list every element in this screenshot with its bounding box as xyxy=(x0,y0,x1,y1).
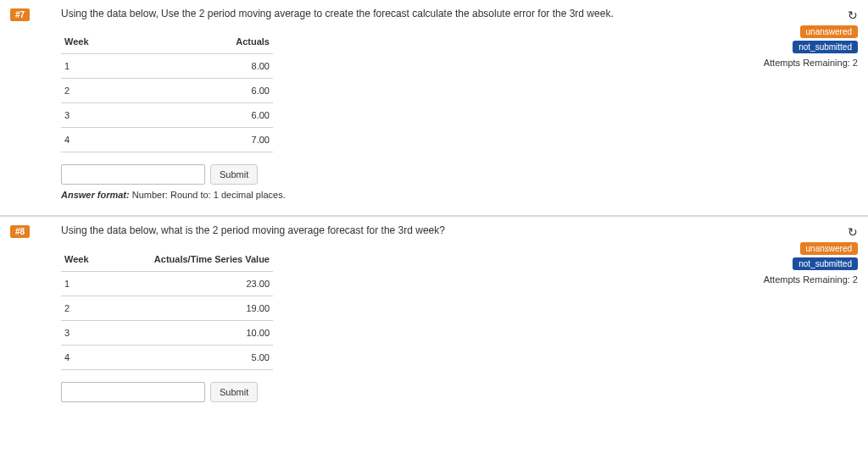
cell-week: 4 xyxy=(61,128,153,152)
question-number-col: #7 xyxy=(10,7,61,200)
col-header-value: Actuals/Time Series Value xyxy=(104,247,273,272)
cell-week: 1 xyxy=(61,54,153,79)
table-row: 4 7.00 xyxy=(61,128,273,152)
answer-input[interactable] xyxy=(61,164,205,185)
question-8: #8 Using the data below, what is the 2 p… xyxy=(0,217,868,422)
submit-button[interactable]: Submit xyxy=(210,382,258,402)
cell-value: 8.00 xyxy=(153,54,273,79)
reload-icon[interactable]: ↻ xyxy=(848,225,858,239)
attempts-remaining: Attempts Remaining: 2 xyxy=(726,58,858,68)
data-table: Week Actuals 1 8.00 2 6.00 3 6.00 xyxy=(61,30,273,152)
submit-button[interactable]: Submit xyxy=(210,164,258,185)
question-7: #7 Using the data below, Use the 2 perio… xyxy=(0,0,868,215)
cell-week: 4 xyxy=(61,345,104,369)
cell-value: 19.00 xyxy=(104,296,273,320)
col-header-week: Week xyxy=(61,30,153,54)
status-column: ↻ unanswered not_submitted Attempts Rema… xyxy=(726,224,858,406)
cell-week: 3 xyxy=(61,320,104,345)
question-number-badge: #7 xyxy=(10,8,30,21)
table-row: 2 6.00 xyxy=(61,79,273,103)
question-content: Using the data below, what is the 2 peri… xyxy=(61,224,726,406)
question-number-badge: #8 xyxy=(10,225,30,238)
question-content: Using the data below, Use the 2 period m… xyxy=(61,7,726,200)
cell-value: 6.00 xyxy=(153,103,273,128)
answer-row: Submit xyxy=(61,164,718,185)
answer-format: Answer format: Number: Round to: 1 decim… xyxy=(61,190,718,200)
table-row: 3 10.00 xyxy=(61,320,273,345)
question-number-col: #8 xyxy=(10,224,61,406)
status-badge-notsubmitted: not_submitted xyxy=(793,257,858,270)
table-row: 4 5.00 xyxy=(61,345,273,369)
answer-input[interactable] xyxy=(61,382,205,402)
status-badge-notsubmitted: not_submitted xyxy=(793,41,858,53)
status-column: ↻ unanswered not_submitted Attempts Rema… xyxy=(726,7,858,200)
question-prompt: Using the data below, Use the 2 period m… xyxy=(61,7,671,21)
question-prompt: Using the data below, what is the 2 peri… xyxy=(61,224,671,238)
table-row: 2 19.00 xyxy=(61,296,273,320)
answer-format-label: Answer format: xyxy=(61,190,130,200)
answer-format-text: Number: Round to: 1 decimal places. xyxy=(130,190,286,200)
reload-icon[interactable]: ↻ xyxy=(848,8,858,22)
status-badge-unanswered: unanswered xyxy=(800,242,858,255)
cell-week: 2 xyxy=(61,79,153,103)
cell-week: 2 xyxy=(61,296,104,320)
table-row: 3 6.00 xyxy=(61,103,273,128)
cell-value: 10.00 xyxy=(104,320,273,345)
table-row: 1 8.00 xyxy=(61,54,273,79)
cell-week: 1 xyxy=(61,271,104,296)
cell-value: 6.00 xyxy=(153,79,273,103)
status-badge-unanswered: unanswered xyxy=(800,25,858,38)
cell-value: 5.00 xyxy=(104,345,273,369)
col-header-week: Week xyxy=(61,247,104,272)
attempts-remaining: Attempts Remaining: 2 xyxy=(726,274,858,285)
table-row: 1 23.00 xyxy=(61,271,273,296)
cell-week: 3 xyxy=(61,103,153,128)
col-header-value: Actuals xyxy=(153,30,273,54)
answer-row: Submit xyxy=(61,382,718,402)
cell-value: 23.00 xyxy=(104,271,273,296)
data-table: Week Actuals/Time Series Value 1 23.00 2… xyxy=(61,247,273,370)
cell-value: 7.00 xyxy=(153,128,273,152)
